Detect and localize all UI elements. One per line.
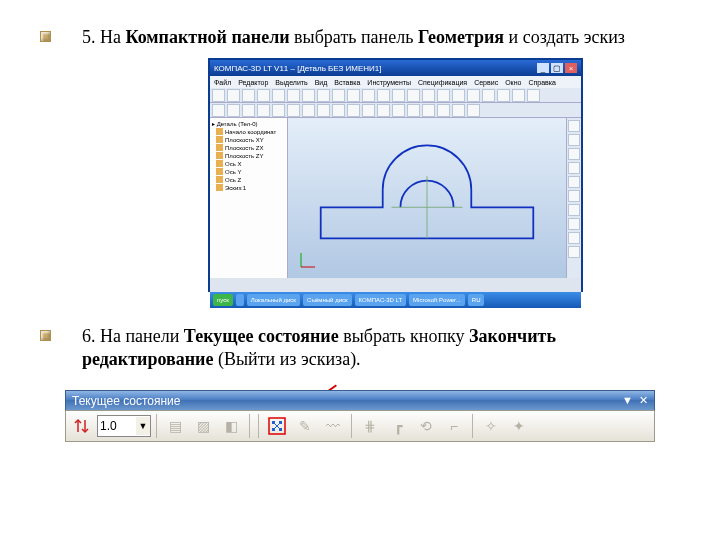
menu-item[interactable]: Справка [528, 79, 555, 86]
cad-toolbar-2 [210, 103, 581, 118]
current-state-toolbar-screenshot: Текущее состояние ▼ ✕ ▼ ▤▨◧✎〰⋕┏⟲⌐✧✦ [65, 390, 655, 442]
toolbar-icon[interactable] [568, 246, 580, 258]
tree-item-icon [216, 144, 223, 151]
menu-item[interactable]: Сервис [474, 79, 498, 86]
taskbar-item[interactable]: Локальный диск [247, 294, 300, 306]
toolbar-icon[interactable] [568, 176, 580, 188]
tree-item[interactable]: Плоскость ZY [216, 152, 285, 159]
toolbar-icon[interactable] [568, 148, 580, 160]
toolbar-icon[interactable] [362, 104, 375, 117]
taskbar-item[interactable]: Съёмный диск [303, 294, 352, 306]
step-5-text: 5. На Компактной панели выбрать панель Г… [82, 26, 662, 49]
toolbar-icon[interactable] [377, 89, 390, 102]
toolbar-icon[interactable] [287, 89, 300, 102]
tree-item[interactable]: Эскиз:1 [216, 184, 285, 191]
toggle-grid-icon[interactable] [69, 414, 95, 438]
exit-sketch-icon[interactable] [264, 414, 290, 438]
toolbar-icon[interactable] [347, 104, 360, 117]
taskbar-item[interactable]: RU [468, 294, 485, 306]
toolbar-icon[interactable] [377, 104, 390, 117]
start-button[interactable]: пуск [213, 294, 233, 306]
layers-icon: ▤ [162, 414, 188, 438]
toolbar-icon[interactable] [527, 89, 540, 102]
slide-bullet [40, 31, 51, 42]
tree-item-icon [216, 136, 223, 143]
toolbar-icon[interactable] [568, 232, 580, 244]
taskbar-item[interactable]: Microsoft Power... [409, 294, 465, 306]
toolbar-icon[interactable] [332, 89, 345, 102]
dropdown-icon[interactable]: ▼ [622, 394, 633, 407]
tree-item[interactable]: Плоскость XY [216, 136, 285, 143]
toolbar-icon[interactable] [407, 89, 420, 102]
tree-item[interactable]: Ось Z [216, 176, 285, 183]
toolbar-icon[interactable] [287, 104, 300, 117]
scale-input[interactable] [98, 417, 136, 435]
toolbar-body: ▼ ▤▨◧✎〰⋕┏⟲⌐✧✦ [65, 410, 655, 442]
menu-item[interactable]: Редактор [238, 79, 268, 86]
chevron-down-icon[interactable]: ▼ [136, 417, 150, 435]
sketch-drawing [302, 132, 552, 256]
menu-item[interactable]: Инструменты [367, 79, 411, 86]
cad-titlebar: КОМПАС-3D LT V11 – [Деталь БЕЗ ИМЕНИ1] _… [210, 60, 581, 76]
close-icon[interactable]: ✕ [639, 394, 648, 407]
toolbar-icon[interactable] [568, 204, 580, 216]
toolbar-icon[interactable] [242, 89, 255, 102]
toolbar-icon[interactable] [467, 89, 480, 102]
toolbar-icon[interactable] [568, 190, 580, 202]
cad-statusbar [210, 278, 581, 292]
maximize-icon[interactable]: ▢ [551, 63, 563, 73]
toolbar-icon[interactable] [452, 89, 465, 102]
toolbar-icon[interactable] [437, 104, 450, 117]
toolbar-icon[interactable] [227, 89, 240, 102]
toolbar-icon[interactable] [392, 89, 405, 102]
toolbar-icon[interactable] [257, 89, 270, 102]
toolbar-icon[interactable] [452, 104, 465, 117]
ortho-icon: ┏ [385, 414, 411, 438]
taskbar-item[interactable]: КОМПАС-3D LT [355, 294, 407, 306]
close-icon[interactable]: × [565, 63, 577, 73]
toolbar-icon[interactable] [332, 104, 345, 117]
toolbar-icon[interactable] [392, 104, 405, 117]
tree-item[interactable]: Начало координат [216, 128, 285, 135]
toolbar-icon[interactable] [437, 89, 450, 102]
toolbar-icon[interactable] [568, 120, 580, 132]
toolbar-icon[interactable] [212, 89, 225, 102]
taskbar-item[interactable] [236, 294, 244, 306]
menu-item[interactable]: Окно [505, 79, 521, 86]
toolbar-icon[interactable] [302, 89, 315, 102]
menu-item[interactable]: Спецификация [418, 79, 467, 86]
toolbar-icon[interactable] [568, 134, 580, 146]
tree-item[interactable]: Плоскость ZX [216, 144, 285, 151]
hatch-icon: ▨ [190, 414, 216, 438]
menu-item[interactable]: Вставка [334, 79, 360, 86]
toolbar-icon[interactable] [257, 104, 270, 117]
toolbar-icon[interactable] [272, 104, 285, 117]
scale-combo[interactable]: ▼ [97, 415, 151, 437]
tree-item[interactable]: Ось Y [216, 168, 285, 175]
toolbar-icon[interactable] [302, 104, 315, 117]
toolbar-icon[interactable] [512, 89, 525, 102]
toolbar-icon[interactable] [422, 89, 435, 102]
toolbar-icon[interactable] [317, 89, 330, 102]
menu-item[interactable]: Выделить [275, 79, 307, 86]
toolbar-icon[interactable] [317, 104, 330, 117]
menu-item[interactable]: Файл [214, 79, 231, 86]
toolbar-icon[interactable] [212, 104, 225, 117]
tree-item[interactable]: Ось X [216, 160, 285, 167]
toolbar-icon[interactable] [482, 89, 495, 102]
tree-root[interactable]: ▸ Деталь (Тел-0) [212, 120, 285, 127]
minimize-icon[interactable]: _ [537, 63, 549, 73]
toolbar-icon[interactable] [467, 104, 480, 117]
toolbar-icon[interactable] [407, 104, 420, 117]
brush-icon: 〰 [320, 414, 346, 438]
toolbar-icon[interactable] [422, 104, 435, 117]
toolbar-icon[interactable] [497, 89, 510, 102]
toolbar-icon[interactable] [227, 104, 240, 117]
toolbar-icon[interactable] [362, 89, 375, 102]
toolbar-icon[interactable] [347, 89, 360, 102]
toolbar-icon[interactable] [272, 89, 285, 102]
toolbar-icon[interactable] [568, 162, 580, 174]
toolbar-icon[interactable] [568, 218, 580, 230]
menu-item[interactable]: Вид [315, 79, 328, 86]
toolbar-icon[interactable] [242, 104, 255, 117]
